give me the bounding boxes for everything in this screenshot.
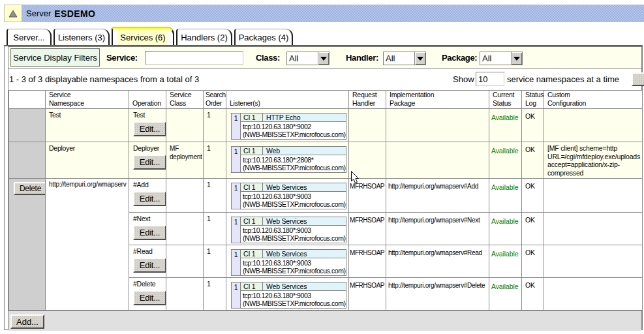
service-filter-label: Service:	[106, 47, 138, 68]
namespace-count-text: 1 - 3 of 3 displayable namespaces from a…	[9, 68, 199, 90]
operation-name: Test	[133, 111, 163, 119]
listener-name: Web Services	[263, 183, 346, 192]
search-order-text: 1	[207, 111, 211, 119]
package-filter-select[interactable]: All	[480, 52, 523, 65]
edit-button[interactable]: Edit...	[133, 290, 166, 305]
show-suffix: service namespaces at a time	[507, 68, 619, 90]
custom-configuration-cell: [MF client] scheme=http URL=/cgi/mfdeplo…	[544, 142, 643, 179]
tab-listeners[interactable]: Listeners (3)	[54, 29, 110, 45]
listener-name: HTTP Echo	[263, 114, 346, 122]
status-log-cell: OK	[522, 245, 544, 278]
request-handler-text: MFRHSOAP	[350, 280, 384, 289]
custom-configuration-cell	[544, 109, 643, 142]
search-order-text: 1	[207, 144, 211, 152]
address-text: tcp:10.120.63.180*:9002	[243, 123, 311, 130]
current-status-cell: Available	[489, 278, 522, 311]
listener-address: tcp:10.120.63.180*:9003 (NWB-MBISSETXP.m…	[241, 291, 346, 308]
current-status-cell: Available	[489, 179, 522, 213]
class-filter-select[interactable]: All	[286, 52, 330, 65]
tab-label: Handlers (2)	[181, 33, 228, 42]
collapse-toggle[interactable]	[5, 5, 22, 22]
title-prefix: Server	[26, 8, 51, 18]
host-text: (NWB-MBISSETXP.microfocus.com)	[243, 299, 346, 307]
service-class-text: MF deployment	[170, 144, 200, 161]
listener-address: tcp:10.120.63.180*:9003 (NWB-MBISSETXP.m…	[241, 258, 346, 275]
edit-button[interactable]: Edit...	[133, 258, 166, 273]
current-status-cell: Available	[489, 109, 522, 142]
header-service-class: Service Class	[166, 91, 204, 109]
page-nav-button[interactable]	[632, 72, 644, 86]
tab-label: Server...	[13, 33, 44, 42]
request-handler-text: MFRHSOAP	[350, 215, 384, 224]
tab-packages[interactable]: Packages (4)	[234, 29, 293, 45]
show-label: Show	[453, 68, 474, 90]
edit-button[interactable]: Edit...	[133, 121, 166, 136]
edit-button[interactable]: Edit...	[133, 191, 166, 206]
search-order-text: 1	[207, 247, 211, 255]
search-order-cell: 1	[204, 245, 226, 278]
listeners-cell: 1 CI 1 Web Services tcp:10.120.63.180*:9…	[226, 179, 349, 213]
custom-configuration-cell	[544, 245, 643, 278]
listener-address: tcp:10.120.63.180*:9003 (NWB-MBISSETXP.m…	[241, 226, 346, 243]
listener-name: Web	[263, 147, 346, 155]
current-status-cell: Available	[489, 245, 522, 278]
listener-address: tcp:10.120.63.180*:2808* (NWB-MBISSETXP.…	[241, 155, 346, 172]
listener-ci: CI 1	[241, 250, 263, 258]
tab-label: Services (6)	[120, 33, 165, 42]
header-label: Service Namespace	[49, 91, 126, 108]
search-order-text: 1	[207, 215, 211, 222]
status-available: Available	[491, 215, 519, 225]
header-label: Request Handler	[352, 91, 383, 108]
package-dropdown-button[interactable]	[511, 52, 522, 65]
namespace-cell: Test	[46, 109, 129, 142]
listener-box: 1 CI 1 Web Services tcp:10.120.63.180*:9…	[231, 217, 346, 243]
header-label: Service Class	[170, 91, 200, 108]
search-order-text: 1	[207, 280, 211, 288]
package-filter-label: Package:	[442, 47, 477, 68]
service-filter-input[interactable]	[145, 51, 243, 65]
operation-name: #Read	[133, 247, 163, 255]
handler-filter-select[interactable]: All	[383, 52, 426, 65]
row-actions-cell	[9, 109, 46, 142]
content-inner: Service Display Filters Service: Class: …	[8, 46, 642, 329]
header-implementation-package: Implementation Package	[386, 91, 489, 109]
add-button[interactable]: Add...	[10, 314, 44, 329]
table-row: Delete http://tempuri.org/wmapserv #Add …	[9, 179, 643, 213]
edit-button[interactable]: Edit...	[133, 155, 166, 170]
implementation-package-text: http://tempuri.org/wmapserv#Delete	[388, 280, 485, 289]
tab-server[interactable]: Server...	[7, 29, 52, 45]
implementation-package-cell: http://tempuri.org/wmapserv#Delete	[386, 278, 489, 311]
implementation-package-cell	[386, 142, 489, 179]
tab-strip: Server... Listeners (3) Services (6) Han…	[7, 27, 293, 45]
filter-title: Service Display Filters	[10, 48, 100, 67]
tab-handlers[interactable]: Handlers (2)	[176, 29, 232, 45]
current-status-cell: Available	[489, 142, 522, 179]
operation-cell: Test Edit...	[129, 109, 166, 142]
listener-ci: CI 1	[241, 217, 263, 226]
listener-box: 1 CI 1 Web tcp:10.120.63.180*:2808* (NWB…	[231, 146, 346, 173]
listener-ci: CI 1	[241, 282, 263, 291]
table-row: Deployer Deployer Edit... MF deployment …	[9, 142, 643, 179]
service-class-cell	[166, 109, 204, 142]
class-dropdown-button[interactable]	[318, 52, 329, 65]
service-class-cell: MF deployment	[166, 142, 204, 179]
handler-dropdown-button[interactable]	[414, 52, 425, 65]
table-row: Test Test Edit... 1 1 CI 1 HTTP Echo tcp…	[9, 109, 643, 142]
edit-button[interactable]: Edit...	[133, 225, 166, 240]
tab-label: Packages (4)	[239, 33, 289, 42]
delete-button[interactable]: Delete	[14, 182, 46, 195]
header-label: Operation	[132, 99, 161, 107]
listener-address: tcp:10.120.63.180*:9003 (NWB-MBISSETXP.m…	[241, 192, 346, 209]
request-handler-cell: MFRHSOAP	[349, 213, 386, 245]
chevron-down-icon	[417, 57, 423, 61]
listeners-cell: 1 CI 1 HTTP Echo tcp:10.120.63.180*:9002…	[226, 109, 349, 142]
search-order-cell: 1	[204, 213, 226, 245]
tab-services[interactable]: Services (6)	[112, 27, 174, 45]
triangle-up-icon	[8, 10, 18, 18]
header-label: Listener(s)	[230, 99, 260, 107]
search-order-cell: 1	[204, 278, 226, 311]
add-strip: Add...	[8, 311, 641, 331]
listeners-cell: 1 CI 1 Web Services tcp:10.120.63.180*:9…	[226, 245, 349, 278]
service-class-cell	[166, 245, 204, 278]
show-count-input[interactable]	[476, 72, 504, 86]
